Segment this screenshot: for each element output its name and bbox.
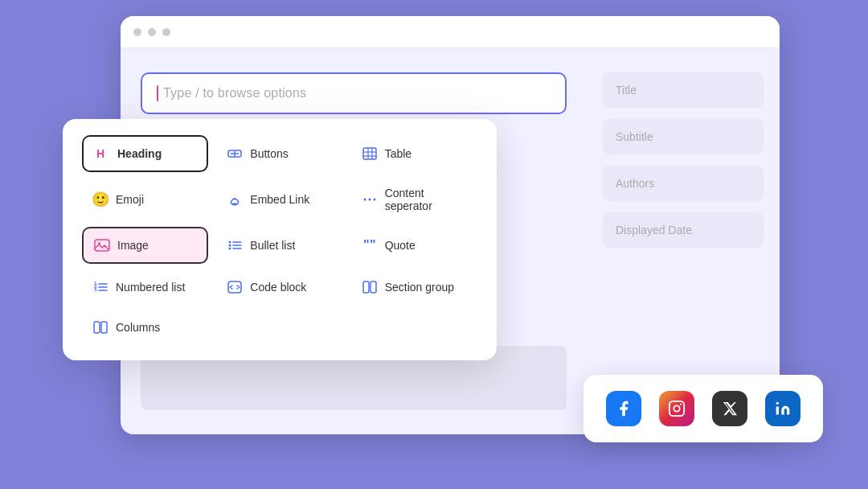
palette-item-embed-link[interactable]: Embed Link [216, 179, 342, 220]
palette-item-emoji[interactable]: 🙂 Emoji [82, 179, 208, 220]
svg-rect-32 [101, 322, 107, 333]
svg-point-34 [674, 405, 679, 411]
svg-rect-12 [95, 240, 109, 251]
command-palette: H Heading Buttons [63, 119, 497, 360]
x-twitter-icon[interactable] [712, 391, 747, 426]
columns-label: Columns [116, 321, 160, 334]
svg-point-9 [363, 199, 366, 201]
svg-point-16 [229, 244, 231, 247]
svg-rect-31 [94, 322, 100, 333]
svg-rect-4 [363, 148, 376, 159]
quote-label: Quote [385, 239, 416, 252]
instagram-icon[interactable] [659, 391, 694, 426]
svg-point-35 [680, 404, 682, 405]
svg-text:H: H [96, 147, 104, 160]
svg-text:": " [363, 238, 370, 252]
field-authors[interactable]: Authors [603, 166, 764, 201]
content-separator-label: Content seperator [385, 187, 468, 212]
svg-point-11 [373, 199, 375, 201]
field-title[interactable]: Title [603, 72, 764, 108]
linkedin-icon[interactable] [765, 391, 800, 426]
svg-point-36 [776, 402, 779, 405]
window-dot-2 [148, 28, 156, 36]
numbered-list-icon: 1. 2. 3. [92, 278, 109, 296]
section-group-icon [361, 278, 379, 296]
search-input[interactable]: Type / to browse options [141, 72, 567, 114]
svg-rect-29 [363, 281, 369, 293]
svg-point-14 [229, 241, 231, 244]
emoji-label: Emoji [116, 193, 144, 206]
palette-item-table[interactable]: Table [351, 135, 477, 172]
field-displayed-date[interactable]: Displayed Date [603, 212, 764, 248]
heading-label: Heading [117, 147, 162, 160]
quote-icon: " " [361, 236, 379, 254]
palette-grid: H Heading Buttons [82, 135, 477, 344]
social-card [583, 375, 823, 442]
code-block-label: Code block [250, 281, 306, 294]
table-label: Table [385, 147, 411, 160]
svg-text:": " [370, 238, 376, 252]
heading-icon: H [93, 145, 111, 162]
palette-item-content-separator[interactable]: Content seperator [351, 179, 477, 220]
emoji-icon: 🙂 [92, 191, 109, 208]
window-dot-3 [162, 28, 170, 36]
palette-item-bullet-list[interactable]: Bullet list [216, 227, 342, 264]
image-icon [93, 236, 111, 254]
window-dot-1 [133, 28, 141, 36]
numbered-list-label: Numbered list [116, 281, 185, 294]
cursor-bar [157, 85, 158, 101]
section-group-label: Section group [385, 281, 454, 294]
palette-item-numbered-list[interactable]: 1. 2. 3. Numbered list [82, 270, 208, 304]
palette-item-image[interactable]: Image [82, 227, 208, 264]
field-subtitle[interactable]: Subtitle [603, 119, 764, 154]
code-block-icon [226, 278, 244, 296]
svg-point-10 [368, 199, 371, 201]
palette-item-heading[interactable]: H Heading [82, 135, 208, 172]
palette-item-section-group[interactable]: Section group [351, 270, 477, 304]
buttons-icon [226, 145, 244, 162]
palette-item-code-block[interactable]: Code block [216, 270, 342, 304]
palette-item-quote[interactable]: " " Quote [351, 227, 477, 264]
buttons-label: Buttons [250, 147, 288, 160]
embed-link-icon [226, 191, 244, 208]
svg-text:3.: 3. [94, 287, 98, 292]
columns-icon [92, 318, 109, 336]
bullet-list-label: Bullet list [250, 239, 295, 252]
palette-item-buttons[interactable]: Buttons [216, 135, 342, 172]
facebook-icon[interactable] [606, 391, 641, 426]
embed-link-label: Embed Link [250, 193, 309, 206]
palette-item-columns[interactable]: Columns [82, 310, 208, 344]
content-separator-icon [361, 191, 379, 208]
browser-titlebar [121, 16, 780, 48]
svg-rect-30 [371, 281, 376, 293]
image-label: Image [117, 239, 149, 252]
search-placeholder-text: Type / to browse options [163, 86, 306, 101]
table-icon [361, 145, 379, 162]
bullet-list-icon [226, 236, 244, 254]
svg-rect-33 [669, 401, 684, 416]
svg-point-18 [229, 248, 231, 250]
